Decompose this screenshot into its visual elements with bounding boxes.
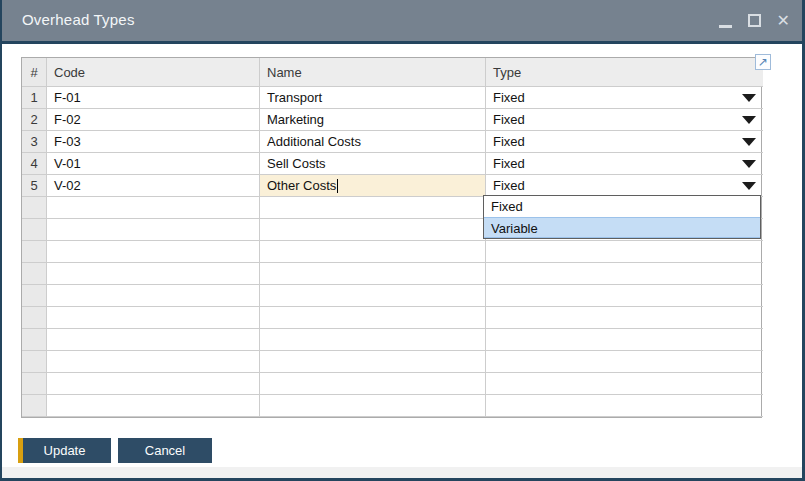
update-button-label: Update (44, 443, 86, 458)
row-number-empty[interactable] (22, 263, 47, 285)
cancel-button[interactable]: Cancel (118, 438, 212, 463)
name-cell-empty[interactable] (260, 329, 486, 351)
type-cell[interactable]: Fixed (486, 175, 763, 197)
row-number-empty[interactable] (22, 241, 47, 263)
col-header-num: # (22, 58, 47, 87)
code-cell-empty[interactable] (47, 307, 260, 329)
row-number[interactable]: 3 (22, 131, 47, 153)
type-cell-empty[interactable] (486, 351, 763, 373)
cancel-button-label: Cancel (145, 443, 185, 458)
code-cell[interactable]: F-03 (47, 131, 260, 153)
type-value: Fixed (493, 112, 525, 127)
code-cell[interactable]: V-02 (47, 175, 260, 197)
dropdown-arrow-icon[interactable] (742, 182, 756, 190)
titlebar-divider (2, 41, 802, 44)
code-cell[interactable]: F-02 (47, 109, 260, 131)
row-number[interactable]: 1 (22, 87, 47, 109)
name-cell-empty[interactable] (260, 373, 486, 395)
type-cell-empty[interactable] (486, 373, 763, 395)
dropdown-option-fixed[interactable]: Fixed (484, 196, 760, 217)
name-cell-editing[interactable]: Other Costs (260, 175, 486, 197)
col-header-type: Type (486, 58, 763, 87)
name-cell-empty[interactable] (260, 285, 486, 307)
code-cell-empty[interactable] (47, 395, 260, 417)
window-controls: ✕ (719, 0, 790, 41)
name-cell-empty[interactable] (260, 197, 486, 219)
row-number[interactable]: 4 (22, 153, 47, 175)
name-cell[interactable]: Sell Costs (260, 153, 486, 175)
code-cell-empty[interactable] (47, 263, 260, 285)
minimize-icon[interactable] (719, 25, 732, 28)
col-header-code: Code (47, 58, 260, 87)
name-edit-value: Other Costs (267, 178, 336, 193)
code-cell-empty[interactable] (47, 329, 260, 351)
row-number-empty[interactable] (22, 197, 47, 219)
close-icon[interactable]: ✕ (777, 13, 790, 29)
name-cell-empty[interactable] (260, 241, 486, 263)
code-cell-empty[interactable] (47, 373, 260, 395)
type-value: Fixed (493, 134, 525, 149)
code-cell-empty[interactable] (47, 197, 260, 219)
code-cell[interactable]: V-01 (47, 153, 260, 175)
name-cell[interactable]: Marketing (260, 109, 486, 131)
dropdown-arrow-icon[interactable] (742, 160, 756, 168)
code-cell-empty[interactable] (47, 219, 260, 241)
name-cell-empty[interactable] (260, 263, 486, 285)
code-cell[interactable]: F-01 (47, 87, 260, 109)
type-cell[interactable]: Fixed (486, 131, 763, 153)
name-cell-empty[interactable] (260, 219, 486, 241)
name-cell[interactable]: Transport (260, 87, 486, 109)
row-number-empty[interactable] (22, 373, 47, 395)
row-number-empty[interactable] (22, 351, 47, 373)
type-cell-empty[interactable] (486, 329, 763, 351)
type-value: Fixed (493, 156, 525, 171)
code-cell-empty[interactable] (47, 285, 260, 307)
dropdown-arrow-icon[interactable] (742, 138, 756, 146)
dropdown-arrow-icon[interactable] (742, 94, 756, 102)
row-number-empty[interactable] (22, 307, 47, 329)
type-cell[interactable]: Fixed (486, 153, 763, 175)
type-cell-empty[interactable] (486, 263, 763, 285)
type-value: Fixed (493, 90, 525, 105)
type-cell-empty[interactable] (486, 307, 763, 329)
row-number[interactable]: 5 (22, 175, 47, 197)
titlebar: Overhead Types ✕ (2, 0, 802, 41)
row-number-empty[interactable] (22, 395, 47, 417)
row-number-empty[interactable] (22, 285, 47, 307)
type-dropdown-list: Fixed Variable (483, 195, 761, 239)
type-cell-empty[interactable] (486, 241, 763, 263)
type-cell-empty[interactable] (486, 395, 763, 417)
row-number-empty[interactable] (22, 329, 47, 351)
update-button[interactable]: Update (18, 438, 111, 463)
maximize-icon[interactable] (748, 14, 761, 27)
name-cell-empty[interactable] (260, 351, 486, 373)
window-title: Overhead Types (22, 11, 135, 28)
code-cell-empty[interactable] (47, 241, 260, 263)
type-cell[interactable]: Fixed (486, 109, 763, 131)
row-number[interactable]: 2 (22, 109, 47, 131)
col-header-name: Name (260, 58, 486, 87)
active-button-accent (18, 438, 23, 463)
type-value: Fixed (493, 178, 525, 193)
name-cell[interactable]: Additional Costs (260, 131, 486, 153)
window-footer-strip (2, 467, 802, 478)
name-cell-empty[interactable] (260, 307, 486, 329)
text-caret (337, 179, 338, 193)
dropdown-arrow-icon[interactable] (742, 116, 756, 124)
expand-table-icon[interactable]: ↗ (755, 54, 771, 70)
type-cell-empty[interactable] (486, 285, 763, 307)
name-cell-empty[interactable] (260, 395, 486, 417)
dropdown-option-variable[interactable]: Variable (484, 217, 760, 238)
overhead-types-dialog: Overhead Types ✕ # Code Name Type 1 F-01… (0, 0, 805, 481)
row-number-empty[interactable] (22, 219, 47, 241)
code-cell-empty[interactable] (47, 351, 260, 373)
type-cell[interactable]: Fixed (486, 87, 763, 109)
